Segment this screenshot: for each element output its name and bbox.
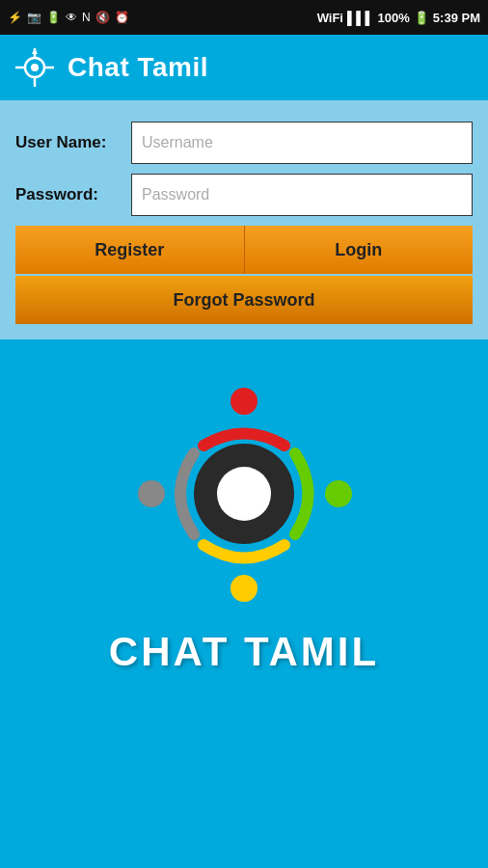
svg-marker-6 bbox=[32, 48, 38, 54]
svg-point-10 bbox=[325, 480, 352, 507]
status-bar: ⚡ 📷 🔋 👁 N 🔇 ⏰ WiFi ▌▌▌ 100% 🔋 5:39 PM bbox=[0, 0, 488, 35]
brand-text: CHAT TAMIL bbox=[109, 629, 379, 675]
battery-icon: 🔋 bbox=[414, 11, 429, 25]
forgot-password-button[interactable]: Forgot Password bbox=[15, 276, 473, 324]
username-label: User Name: bbox=[15, 133, 131, 152]
svg-point-12 bbox=[138, 480, 165, 507]
primary-buttons-row: Register Login bbox=[15, 226, 473, 274]
header-logo-icon bbox=[14, 46, 56, 89]
svg-point-8 bbox=[217, 467, 271, 521]
svg-point-5 bbox=[31, 64, 39, 71]
app-title: Chat Tamil bbox=[68, 52, 208, 83]
volume-icon: 🔇 bbox=[95, 11, 110, 24]
logo-section: CHAT TAMIL bbox=[0, 339, 488, 694]
password-label: Password: bbox=[15, 185, 131, 204]
register-button[interactable]: Register bbox=[15, 226, 245, 274]
login-card: User Name: Password: Register Login Forg… bbox=[0, 100, 488, 339]
chat-tamil-logo-svg bbox=[119, 368, 369, 619]
username-input[interactable] bbox=[131, 122, 473, 164]
time-display: 5:39 PM bbox=[433, 11, 480, 25]
wifi-icon: WiFi bbox=[317, 11, 343, 25]
alarm-icon: ⏰ bbox=[115, 11, 129, 24]
usb-icon: ⚡ bbox=[8, 11, 22, 24]
status-icons-left: ⚡ 📷 🔋 👁 N 🔇 ⏰ bbox=[8, 11, 129, 24]
password-input[interactable] bbox=[131, 174, 473, 216]
app-header: Chat Tamil bbox=[0, 35, 488, 100]
eye-icon: 👁 bbox=[66, 11, 77, 24]
username-row: User Name: bbox=[15, 122, 473, 164]
battery-text: 100% bbox=[378, 11, 410, 25]
signal-icon: ▌▌▌ bbox=[347, 11, 374, 25]
status-icons-right: WiFi ▌▌▌ 100% 🔋 5:39 PM bbox=[317, 11, 480, 25]
svg-point-11 bbox=[230, 575, 258, 602]
svg-point-9 bbox=[230, 388, 258, 415]
password-row: Password: bbox=[15, 174, 473, 216]
nfc-icon: N bbox=[82, 11, 91, 24]
battery-low-icon: 🔋 bbox=[46, 11, 61, 24]
login-button[interactable]: Login bbox=[245, 226, 474, 274]
camera-icon: 📷 bbox=[27, 11, 41, 24]
